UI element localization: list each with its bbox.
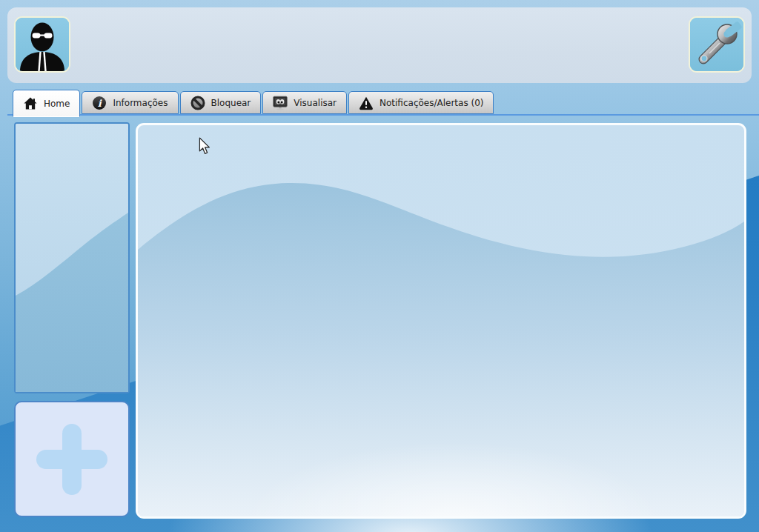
tab-bloquear[interactable]: Bloquear (180, 91, 262, 114)
main-panel-wave (138, 125, 744, 516)
warning-icon (359, 96, 374, 110)
wrench-icon (690, 18, 743, 71)
tab-label: Bloquear (211, 98, 251, 108)
tab-informacoes[interactable]: i Informações (82, 91, 178, 114)
tab-visualisar[interactable]: Visualisar (262, 91, 347, 114)
tab-label: Home (44, 99, 70, 109)
tab-label: Informações (113, 98, 168, 108)
spy-person-icon (16, 18, 69, 71)
tab-label: Notificações/Alertas (0) (380, 98, 483, 108)
add-profile-button[interactable] (14, 401, 130, 517)
home-icon (23, 96, 38, 111)
tab-bar: Home i Informações (13, 91, 494, 117)
tab-label: Visualisar (294, 98, 337, 108)
tab-notificacoes-alertas[interactable]: Notificações/Alertas (0) (348, 91, 494, 114)
user-avatar-button[interactable] (14, 16, 70, 73)
profile-slot-panel[interactable] (14, 122, 130, 393)
tab-home[interactable]: Home (13, 90, 80, 117)
block-icon (190, 96, 205, 110)
profile-panel-wave (16, 124, 128, 392)
header-bar (7, 7, 752, 83)
main-content-panel (136, 123, 746, 519)
app-window: Home i Informações (0, 0, 759, 532)
monitor-eyes-icon (273, 96, 288, 110)
info-icon: i (92, 96, 107, 110)
settings-wrench-button[interactable] (689, 16, 745, 73)
